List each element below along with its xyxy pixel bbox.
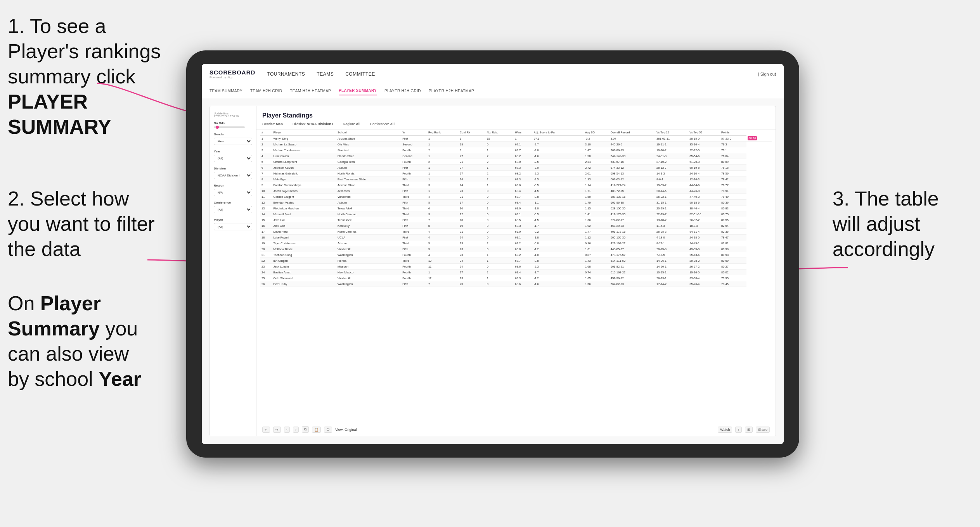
toolbar-share[interactable]: Share xyxy=(756,427,770,433)
slider-container[interactable] xyxy=(214,126,252,128)
table-cell: 509-82-21 xyxy=(609,264,655,270)
table-cell: 38-46-4 xyxy=(688,206,720,211)
table-cell: Jacob Skjv-Olesen xyxy=(272,188,336,194)
table-cell: 30 xyxy=(459,206,486,211)
nav-committee[interactable]: COMMITTEE xyxy=(345,69,375,79)
year-select[interactable]: (All) xyxy=(214,155,252,162)
table-cell: Second xyxy=(401,142,427,147)
region-select[interactable]: N/A xyxy=(214,189,252,196)
table-row: 3Michael ThorbjornsenStanfordFourth28168… xyxy=(260,147,772,153)
table-cell: -3.2 xyxy=(584,136,609,142)
table-cell: First xyxy=(401,235,427,240)
subnav-team-summary[interactable]: TEAM SUMMARY xyxy=(210,87,242,95)
table-cell: 68.7 xyxy=(514,194,533,200)
table-cell: 18 xyxy=(459,142,486,147)
table-cell: 1.47 xyxy=(584,229,609,235)
table-cell: 412-221-24 xyxy=(609,182,655,188)
table-cell: 0.74 xyxy=(584,270,609,275)
conference-select[interactable]: (All) xyxy=(214,206,252,213)
table-cell: 78.42 xyxy=(720,176,746,182)
table-cell: -2.0 xyxy=(533,165,584,171)
table-cell: 8-21-1 xyxy=(655,240,688,246)
table-cell: 1.56 xyxy=(584,281,609,287)
table-cell: 1.43 xyxy=(584,258,609,264)
table-cell: 3 xyxy=(260,147,272,153)
subnav-player-h2h-grid[interactable]: PLAYER H2H GRID xyxy=(384,87,421,95)
update-time: Update time: 27/03/2024 16:56:26 xyxy=(214,112,252,117)
table-cell: 25-43-6 xyxy=(688,252,720,258)
table-cell: 26-23-1 xyxy=(655,275,688,281)
toolbar-forward[interactable]: › xyxy=(293,427,299,433)
table-cell: 698-54-13 xyxy=(609,171,655,176)
toolbar-watch[interactable]: Watch xyxy=(718,427,732,433)
sign-out-link[interactable]: | Sign out xyxy=(758,72,776,76)
toolbar-copy[interactable]: ⧉ xyxy=(302,426,309,433)
col-avg-sg: Avg SG xyxy=(584,130,609,136)
table-row: 14Maxwell FordNorth CarolinaThird322069.… xyxy=(260,211,772,217)
filter-division: Division NCAA Division I xyxy=(214,167,252,179)
no-rds-label: No Rds. xyxy=(214,121,252,125)
table-cell: 69.2 xyxy=(514,240,533,246)
table-row: 2Michael La SassoOle MissSecond118067.1-… xyxy=(260,142,772,147)
subnav-player-h2h-heatmap[interactable]: PLAYER H2H HEATMAP xyxy=(429,87,474,95)
table-row: 26Petr HrubyWashingtonFifth725068.6-1.61… xyxy=(260,281,772,287)
table-cell: -1.0 xyxy=(533,206,584,211)
table-cell: 14-3-3 xyxy=(655,171,688,176)
toolbar-clock[interactable]: ⏱ xyxy=(324,427,332,433)
table-cell: 2 xyxy=(486,171,514,176)
table-cell: -1.0 xyxy=(533,252,584,258)
table-cell: 33-38-4 xyxy=(688,275,720,281)
toolbar-undo[interactable]: ↩ xyxy=(262,427,270,433)
table-cell: 17 xyxy=(459,200,486,206)
toolbar-paste[interactable]: 📋 xyxy=(312,427,321,433)
table-cell: Vanderbilt xyxy=(336,194,401,200)
table-cell: 21 xyxy=(459,194,486,200)
table-cell: 1 xyxy=(486,275,514,281)
subnav-team-h2h-heatmap[interactable]: TEAM H2H HEATMAP xyxy=(290,87,331,95)
table-cell: -0.8 xyxy=(533,240,584,246)
toolbar-redo[interactable]: ↪ xyxy=(273,427,281,433)
division-filter-display: Division: NCAA Division I xyxy=(293,122,333,126)
table-cell: 1 xyxy=(486,252,514,258)
player-select[interactable]: (All) xyxy=(214,223,252,230)
table-cell: 13 xyxy=(260,206,272,211)
table-cell: Fifth xyxy=(401,281,427,287)
table-cell: 562-82-23 xyxy=(609,281,655,287)
table-cell: Tiger Christensen xyxy=(272,240,336,246)
gender-select[interactable]: Men xyxy=(214,138,252,145)
subnav-team-h2h-grid[interactable]: TEAM H2H GRID xyxy=(250,87,282,95)
table-cell: Jake Hall xyxy=(272,217,336,223)
table-row: 20Matthew RiedelVanderbiltFifth923068.8-… xyxy=(260,246,772,252)
table-cell: 1.66 xyxy=(584,217,609,223)
subnav-player-summary[interactable]: PLAYER SUMMARY xyxy=(339,86,377,95)
division-select[interactable]: NCAA Division I xyxy=(214,172,252,179)
toolbar-grid[interactable]: ⊞ xyxy=(745,427,753,433)
table-cell: 79.1 xyxy=(720,147,746,153)
table-cell: 8 xyxy=(459,147,486,153)
table-cell: 1 xyxy=(486,147,514,153)
year-bold: Year xyxy=(99,368,141,390)
table-cell: 2 xyxy=(427,147,459,153)
nav-teams[interactable]: TEAMS xyxy=(317,69,334,79)
standings-table-wrapper[interactable]: # Player School Yr Reg Rank Conf Rk No. … xyxy=(256,130,776,423)
table-cell: 10-10-2 xyxy=(655,147,688,153)
table-cell: 500-155-30 xyxy=(609,235,655,240)
nav-tournaments[interactable]: TOURNAMENTS xyxy=(267,69,305,79)
toolbar-export[interactable]: ↑ xyxy=(735,427,742,433)
table-cell: 14-26-1 xyxy=(655,258,688,264)
table-cell: 1.61 xyxy=(584,246,609,252)
table-cell: 80.36 xyxy=(720,200,746,206)
table-cell: -0.8 xyxy=(533,194,584,200)
table-cell: 5 xyxy=(260,159,272,165)
table-cell: 533-57-16 xyxy=(609,159,655,165)
table-cell: 22 xyxy=(459,211,486,217)
table-row: 9Preston SummerhaysArizona StateThird324… xyxy=(260,182,772,188)
toolbar-back[interactable]: ‹ xyxy=(284,427,290,433)
year-label: Year xyxy=(214,150,252,153)
table-cell: 1 xyxy=(427,270,459,275)
table-cell: 76.77 xyxy=(720,182,746,188)
table-cell: 1.50 xyxy=(584,194,609,200)
no-rds-slider[interactable] xyxy=(214,126,245,128)
view-original-label[interactable]: View: Original xyxy=(335,428,357,432)
table-cell: 8-6-1 xyxy=(655,176,688,182)
